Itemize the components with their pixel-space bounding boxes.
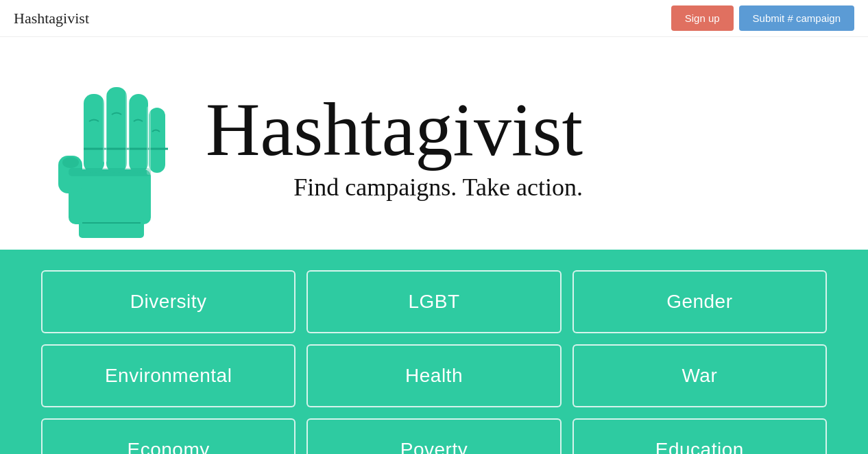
signup-button[interactable]: Sign up xyxy=(671,5,734,31)
category-button-environmental[interactable]: Environmental xyxy=(41,344,296,407)
category-button-education[interactable]: Education xyxy=(572,418,827,454)
svg-rect-5 xyxy=(149,108,165,173)
categories-section: DiversityLGBTGenderEnvironmentalHealthWa… xyxy=(0,250,868,454)
header-logo: Hashtagivist xyxy=(14,10,89,27)
svg-rect-8 xyxy=(125,91,130,169)
categories-grid: DiversityLGBTGenderEnvironmentalHealthWa… xyxy=(41,270,827,454)
hero-text: Hashtagivist Find campaigns. Take action… xyxy=(192,92,583,202)
header: Hashtagivist Sign up Submit # campaign xyxy=(0,0,868,37)
header-buttons: Sign up Submit # campaign xyxy=(671,5,854,31)
category-button-diversity[interactable]: Diversity xyxy=(41,270,296,333)
svg-rect-4 xyxy=(129,94,148,173)
submit-campaign-button[interactable]: Submit # campaign xyxy=(739,5,854,31)
fist-icon xyxy=(41,53,192,241)
category-button-poverty[interactable]: Poverty xyxy=(306,418,561,454)
category-button-health[interactable]: Health xyxy=(306,344,561,407)
svg-rect-2 xyxy=(84,94,104,173)
svg-rect-10 xyxy=(79,217,144,238)
hero-section: Hashtagivist Find campaigns. Take action… xyxy=(0,37,868,250)
hero-title: Hashtagivist xyxy=(206,92,583,167)
category-button-economy[interactable]: Economy xyxy=(41,418,296,454)
category-button-war[interactable]: War xyxy=(572,344,827,407)
category-button-gender[interactable]: Gender xyxy=(572,270,827,333)
category-button-lgbt[interactable]: LGBT xyxy=(306,270,561,333)
svg-point-11 xyxy=(62,157,79,168)
svg-rect-3 xyxy=(106,87,127,173)
svg-rect-13 xyxy=(69,168,151,176)
hero-subtitle: Find campaigns. Take action. xyxy=(206,173,583,202)
svg-rect-9 xyxy=(147,106,151,175)
svg-rect-7 xyxy=(103,91,107,163)
